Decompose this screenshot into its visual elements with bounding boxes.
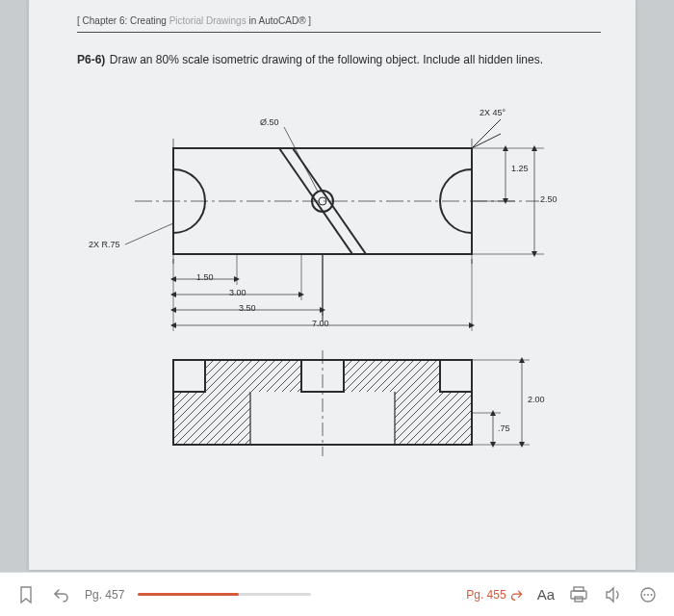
page-right-label[interactable]: Pg. 455 bbox=[466, 588, 523, 602]
font-size-button[interactable]: Aa bbox=[537, 586, 555, 603]
progress-bar[interactable] bbox=[138, 593, 311, 596]
svg-line-12 bbox=[284, 127, 318, 192]
chapter-label: in AutoCAD® ] bbox=[248, 15, 311, 26]
page-right-text: Pg. 455 bbox=[466, 588, 506, 602]
dim-diameter: Ø.50 bbox=[260, 117, 279, 127]
technical-drawing: Ø.50 2X R.75 2X 45° 1.25 2.50 1.50 3.00 … bbox=[77, 81, 597, 485]
sound-icon[interactable] bbox=[603, 584, 624, 605]
dim-7_00: 7.00 bbox=[312, 319, 329, 328]
svg-line-5 bbox=[472, 119, 501, 148]
chapter-plain: [ Chapter 6 bbox=[77, 15, 124, 26]
page-left-label: Pg. 457 bbox=[85, 588, 124, 602]
svg-line-6 bbox=[472, 134, 501, 148]
print-icon[interactable] bbox=[568, 584, 589, 605]
chapter-grey: Pictorial Drawings bbox=[169, 15, 246, 26]
redo-icon bbox=[510, 588, 524, 602]
svg-point-42 bbox=[651, 594, 653, 596]
problem-id: P6-6) bbox=[77, 53, 105, 66]
svg-point-41 bbox=[647, 594, 649, 596]
dim-1_50: 1.50 bbox=[196, 272, 214, 282]
problem-statement: P6-6) Draw an 80% scale isometric drawin… bbox=[77, 50, 578, 67]
divider bbox=[77, 32, 601, 33]
reader-toolbar: Pg. 457 Pg. 455 Aa bbox=[0, 572, 674, 616]
svg-line-11 bbox=[125, 223, 173, 244]
problem-text: Draw an 80% scale isometric drawing of t… bbox=[110, 53, 543, 66]
dim-2_00: 2.00 bbox=[528, 395, 545, 404]
dim-1_25: 1.25 bbox=[511, 164, 529, 173]
svg-point-40 bbox=[644, 594, 646, 596]
dim-chamfer: 2X 45° bbox=[480, 108, 506, 117]
more-icon[interactable] bbox=[637, 584, 659, 605]
document-page: [ Chapter 6: Creating Pictorial Drawings… bbox=[29, 0, 635, 570]
chapter-label: Creating bbox=[130, 15, 167, 26]
dim-2_50: 2.50 bbox=[540, 194, 557, 204]
dim-3_50: 3.50 bbox=[239, 303, 256, 313]
progress-fill bbox=[138, 593, 238, 596]
dim-3_00: 3.00 bbox=[229, 288, 246, 297]
undo-icon[interactable] bbox=[50, 584, 71, 605]
svg-rect-37 bbox=[571, 591, 586, 599]
dim-0_75: .75 bbox=[498, 424, 510, 433]
bookmark-icon[interactable] bbox=[15, 584, 37, 605]
dim-radius: 2X R.75 bbox=[89, 240, 120, 249]
chapter-header: [ Chapter 6: Creating Pictorial Drawings… bbox=[77, 15, 601, 26]
